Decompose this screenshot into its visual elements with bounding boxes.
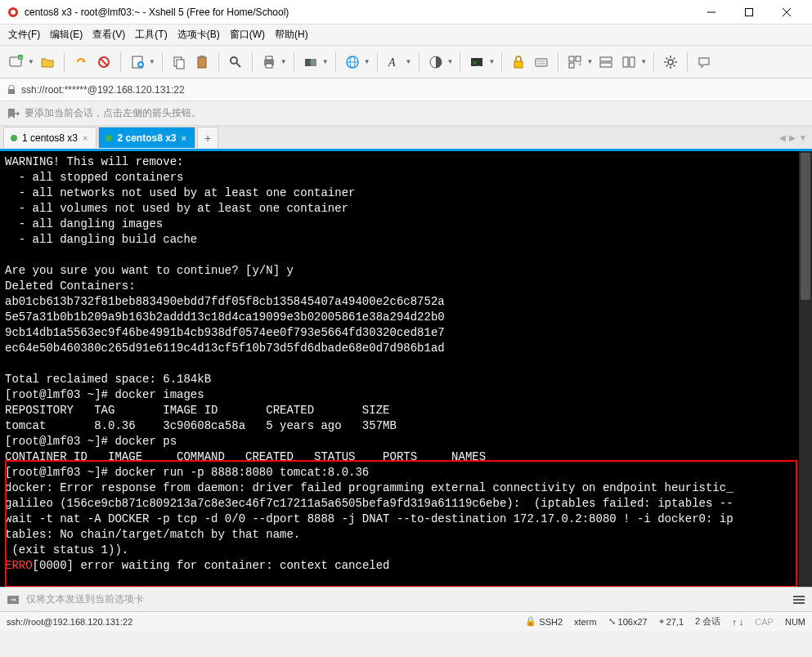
tab-label: 2 centos8 x3 xyxy=(117,132,176,144)
status-size: ⤡106x27 xyxy=(608,616,648,627)
tile-add-icon[interactable]: + xyxy=(565,52,585,72)
svg-text:+: + xyxy=(19,55,22,60)
dropdown-icon[interactable]: ▼ xyxy=(447,58,454,65)
svg-text:A: A xyxy=(388,56,396,69)
session-tab-1[interactable]: 1 centos8 x3 × xyxy=(3,127,96,148)
dropdown-icon[interactable]: ▼ xyxy=(28,58,34,65)
new-tab-button[interactable]: + xyxy=(197,127,218,148)
menu-edit[interactable]: 编辑(E) xyxy=(50,28,83,42)
print-icon[interactable] xyxy=(259,52,279,72)
dropdown-icon[interactable]: ▼ xyxy=(640,58,647,65)
open-icon[interactable] xyxy=(38,52,57,72)
tile-vertical-icon[interactable] xyxy=(619,52,639,72)
hint-text: 要添加当前会话，点击左侧的箭头按钮。 xyxy=(25,106,201,120)
input-bar: 仅将文本发送到当前选项卡 xyxy=(0,587,812,611)
hint-bar: 要添加当前会话，点击左侧的箭头按钮。 xyxy=(0,101,812,126)
tab-next-icon[interactable]: ▶ xyxy=(789,133,796,142)
menu-help[interactable]: 帮助(H) xyxy=(275,28,308,42)
transfer-icon[interactable] xyxy=(301,52,321,72)
svg-rect-43 xyxy=(623,57,628,67)
svg-point-45 xyxy=(668,60,673,65)
svg-line-10 xyxy=(101,59,107,65)
properties-icon[interactable] xyxy=(128,52,147,72)
svg-rect-23 xyxy=(266,64,272,68)
dropdown-icon[interactable]: ▼ xyxy=(280,58,287,65)
status-num: NUM xyxy=(785,617,805,627)
tab-prev-icon[interactable]: ◀ xyxy=(779,133,786,142)
address-text[interactable]: ssh://root:******@192.168.120.131:22 xyxy=(21,84,185,96)
bookmark-arrow-icon[interactable] xyxy=(7,107,20,120)
dropdown-icon[interactable]: ▼ xyxy=(488,58,495,65)
svg-rect-22 xyxy=(266,56,272,60)
gear-icon[interactable] xyxy=(661,52,680,72)
arrows-icon: ↑ ↓ xyxy=(732,617,743,627)
command-input[interactable]: 仅将文本发送到当前选项卡 xyxy=(26,592,786,606)
svg-rect-16 xyxy=(177,60,184,69)
tab-close-icon[interactable]: × xyxy=(83,133,87,143)
svg-rect-17 xyxy=(198,57,206,68)
dropdown-icon[interactable]: ▼ xyxy=(149,58,155,65)
status-sessions: 2 会话 xyxy=(695,615,720,628)
color-scheme-icon[interactable] xyxy=(426,52,446,72)
svg-rect-54 xyxy=(8,89,15,94)
status-updown: ↑ ↓ xyxy=(732,617,743,627)
find-icon[interactable] xyxy=(226,52,245,72)
svg-rect-14 xyxy=(139,64,142,65)
cursor-icon: ⌖ xyxy=(659,616,664,627)
dropdown-icon[interactable]: ▼ xyxy=(322,58,329,65)
tab-list-icon[interactable]: ▼ xyxy=(799,133,807,142)
svg-point-1 xyxy=(11,10,16,15)
terminal-scrollbar[interactable] xyxy=(799,151,812,587)
menu-tools[interactable]: 工具(T) xyxy=(135,28,167,42)
send-mode-icon[interactable] xyxy=(7,593,20,606)
dropdown-icon[interactable]: ▼ xyxy=(586,58,593,65)
svg-text:+: + xyxy=(578,60,582,69)
session-tab-2[interactable]: 2 centos8 x3 × xyxy=(98,127,195,148)
status-cursor: ⌖27,1 xyxy=(659,616,684,627)
new-session-icon[interactable]: + xyxy=(7,52,26,72)
toolbar: + ▼ ▼ ▼ ▼ ▼ A ▼ ▼ >_ ▼ + ▼ ▼ xyxy=(0,46,812,78)
svg-rect-41 xyxy=(600,57,612,61)
disconnect-icon[interactable] xyxy=(94,52,114,72)
lock-small-icon xyxy=(7,85,16,95)
menu-window[interactable]: 窗口(W) xyxy=(230,28,265,42)
terminal-output[interactable]: WARNING! This will remove: - all stopped… xyxy=(0,149,812,587)
menu-icon[interactable] xyxy=(792,594,805,606)
svg-rect-37 xyxy=(569,56,574,61)
menu-view[interactable]: 查看(V) xyxy=(92,28,125,42)
menu-file[interactable]: 文件(F) xyxy=(8,28,40,42)
script-icon[interactable]: >_ xyxy=(467,52,487,72)
status-ssh: 🔒SSH2 xyxy=(525,616,563,627)
svg-rect-42 xyxy=(600,63,612,67)
dropdown-icon[interactable]: ▼ xyxy=(364,58,370,65)
address-bar: ssh://root:******@192.168.120.131:22 xyxy=(0,78,812,101)
menu-bar: 文件(F) 编辑(E) 查看(V) 工具(T) 选项卡(B) 窗口(W) 帮助(… xyxy=(0,25,812,46)
maximize-button[interactable] xyxy=(730,0,768,25)
font-icon[interactable]: A xyxy=(384,52,404,72)
minimize-button[interactable] xyxy=(693,0,730,25)
svg-rect-18 xyxy=(200,56,204,58)
svg-point-19 xyxy=(231,57,237,64)
copy-icon[interactable] xyxy=(169,52,189,72)
globe-icon[interactable] xyxy=(343,52,362,72)
svg-rect-39 xyxy=(569,63,574,68)
svg-rect-25 xyxy=(311,59,316,66)
lock-icon[interactable] xyxy=(509,52,528,72)
tile-horizontal-icon[interactable] xyxy=(596,52,616,72)
status-cap: CAP xyxy=(755,617,774,627)
close-button[interactable] xyxy=(768,0,805,25)
svg-line-50 xyxy=(666,57,668,59)
tab-close-icon[interactable]: × xyxy=(182,133,186,143)
svg-rect-3 xyxy=(746,8,753,16)
status-dot-icon xyxy=(11,135,17,141)
svg-rect-44 xyxy=(630,57,635,67)
keyboard-icon[interactable] xyxy=(532,52,551,72)
menu-tabs[interactable]: 选项卡(B) xyxy=(177,28,220,42)
paste-icon[interactable] xyxy=(192,52,212,72)
tab-bar: 1 centos8 x3 × 2 centos8 x3 × + ◀ ▶ ▼ xyxy=(0,126,812,149)
dropdown-icon[interactable]: ▼ xyxy=(406,58,412,65)
chat-icon[interactable] xyxy=(694,52,714,72)
scrollbar-thumb[interactable] xyxy=(801,153,810,300)
reconnect-icon[interactable] xyxy=(71,52,91,72)
window-title: centos8 x3 - root@lmf03:~ - Xshell 5 (Fr… xyxy=(25,7,693,18)
